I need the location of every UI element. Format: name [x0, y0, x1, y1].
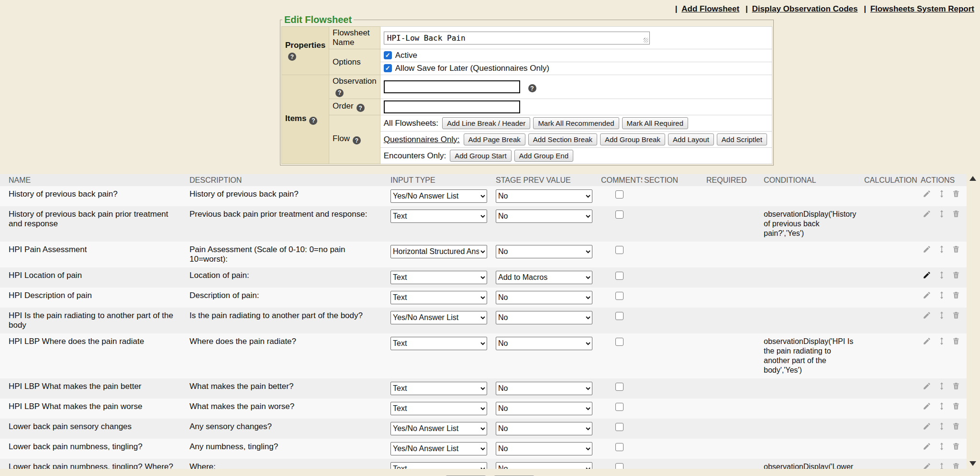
move-icon[interactable]: [937, 210, 946, 218]
stage-prev-value-select[interactable]: No: [496, 210, 592, 223]
active-checkbox[interactable]: [384, 51, 392, 59]
move-icon[interactable]: [937, 271, 946, 279]
edit-icon[interactable]: [923, 422, 931, 431]
link-display-observation-codes[interactable]: Display Observation Codes: [752, 4, 858, 13]
flow-action-button[interactable]: Add Group Break: [600, 133, 665, 145]
input-type-select[interactable]: Yes/No Answer List: [390, 442, 487, 455]
edit-icon[interactable]: [923, 245, 931, 254]
help-icon[interactable]: ?: [356, 104, 365, 112]
flow-action-button[interactable]: Add Section Break: [528, 133, 597, 145]
delete-icon[interactable]: [952, 291, 960, 299]
allow-save-checkbox[interactable]: [384, 64, 392, 72]
edit-icon[interactable]: [923, 210, 931, 218]
move-icon[interactable]: [937, 462, 946, 469]
edit-icon[interactable]: [923, 382, 931, 390]
stage-prev-value-select[interactable]: Add to Macros: [496, 271, 592, 284]
flow-action-button[interactable]: Add Layout: [668, 133, 714, 145]
comments-checkbox[interactable]: [615, 210, 624, 219]
delete-icon[interactable]: [952, 337, 960, 345]
input-type-select[interactable]: Text: [390, 291, 487, 304]
input-type-select[interactable]: Text: [390, 462, 487, 469]
help-icon[interactable]: ?: [528, 84, 536, 92]
move-icon[interactable]: [937, 311, 946, 320]
flow-action-button[interactable]: Add Group End: [514, 150, 573, 162]
stage-prev-value-select[interactable]: No: [496, 402, 592, 415]
input-type-select[interactable]: Horizontal Structured Ans: [390, 245, 487, 258]
input-type-select[interactable]: Text: [390, 210, 487, 223]
comments-checkbox[interactable]: [615, 292, 624, 300]
comments-checkbox[interactable]: [615, 443, 624, 451]
stage-prev-value-select[interactable]: No: [496, 462, 592, 469]
edit-icon[interactable]: [923, 189, 931, 198]
delete-icon[interactable]: [952, 382, 960, 390]
delete-icon[interactable]: [952, 210, 960, 218]
help-icon[interactable]: ?: [353, 136, 361, 144]
edit-icon[interactable]: [923, 462, 931, 469]
link-add-flowsheet[interactable]: Add Flowsheet: [681, 4, 739, 13]
delete-icon[interactable]: [952, 311, 960, 320]
stage-prev-value-select[interactable]: No: [496, 382, 592, 395]
flow-action-button[interactable]: Add Scriptlet: [717, 133, 767, 145]
edit-icon[interactable]: [923, 271, 931, 279]
comments-checkbox[interactable]: [615, 383, 624, 391]
comments-checkbox[interactable]: [615, 190, 624, 199]
help-icon[interactable]: ?: [335, 89, 344, 97]
move-icon[interactable]: [937, 422, 946, 431]
comments-checkbox[interactable]: [615, 312, 624, 320]
delete-icon[interactable]: [952, 422, 960, 431]
stage-prev-value-select[interactable]: No: [496, 311, 592, 324]
flow-action-button[interactable]: Mark All Required: [622, 117, 688, 129]
input-type-select[interactable]: Text: [390, 271, 487, 284]
order-input[interactable]: [384, 100, 520, 113]
input-type-select[interactable]: Text: [390, 402, 487, 415]
stage-prev-value-select[interactable]: No: [496, 337, 592, 350]
input-type-select[interactable]: Yes/No Answer List: [390, 422, 487, 435]
delete-icon[interactable]: [952, 442, 960, 451]
comments-checkbox[interactable]: [615, 403, 624, 411]
observation-input[interactable]: [384, 80, 520, 93]
input-type-select[interactable]: Yes/No Answer List: [390, 189, 487, 203]
edit-icon[interactable]: [923, 337, 931, 345]
edit-icon[interactable]: [923, 311, 931, 320]
move-icon[interactable]: [937, 291, 946, 299]
move-icon[interactable]: [937, 382, 946, 390]
comments-checkbox[interactable]: [615, 423, 624, 431]
scroll-up-icon[interactable]: [969, 176, 976, 181]
comments-checkbox[interactable]: [615, 463, 624, 469]
stage-prev-value-select[interactable]: No: [496, 442, 592, 455]
move-icon[interactable]: [937, 189, 946, 198]
flow-action-button[interactable]: Add Line Break / Header: [442, 117, 530, 129]
flow-action-button[interactable]: Mark All Recommended: [533, 117, 619, 129]
edit-icon[interactable]: [923, 442, 931, 451]
stage-prev-value-select[interactable]: No: [496, 189, 592, 203]
stage-prev-value-select[interactable]: No: [496, 291, 592, 304]
delete-icon[interactable]: [952, 245, 960, 254]
encounters-only-buttons: Add Group StartAdd Group End: [448, 151, 575, 160]
resize-grip-icon[interactable]: [644, 38, 648, 43]
help-icon[interactable]: ?: [288, 53, 296, 61]
scroll-down-icon[interactable]: [969, 461, 976, 466]
comments-checkbox[interactable]: [615, 338, 624, 346]
edit-icon[interactable]: [923, 402, 931, 410]
stage-prev-value-select[interactable]: No: [496, 422, 592, 435]
flow-action-button[interactable]: Add Group Start: [450, 150, 511, 162]
flow-action-button[interactable]: Add Page Break: [464, 133, 525, 145]
delete-icon[interactable]: [952, 402, 960, 410]
stage-prev-value-select[interactable]: No: [496, 245, 592, 258]
move-icon[interactable]: [937, 337, 946, 345]
link-flowsheets-system-report[interactable]: Flowsheets System Report: [870, 4, 974, 13]
delete-icon[interactable]: [952, 271, 960, 279]
edit-icon[interactable]: [923, 291, 931, 299]
input-type-select[interactable]: Yes/No Answer List: [390, 311, 487, 324]
move-icon[interactable]: [937, 245, 946, 254]
delete-icon[interactable]: [952, 189, 960, 198]
input-type-select[interactable]: Text: [390, 382, 487, 395]
move-icon[interactable]: [937, 442, 946, 451]
delete-icon[interactable]: [952, 462, 960, 469]
input-type-select[interactable]: Text: [390, 337, 487, 350]
help-icon[interactable]: ?: [309, 117, 317, 125]
move-icon[interactable]: [937, 402, 946, 410]
comments-checkbox[interactable]: [615, 246, 624, 254]
comments-checkbox[interactable]: [615, 272, 624, 280]
flowsheet-name-input[interactable]: [384, 32, 650, 44]
